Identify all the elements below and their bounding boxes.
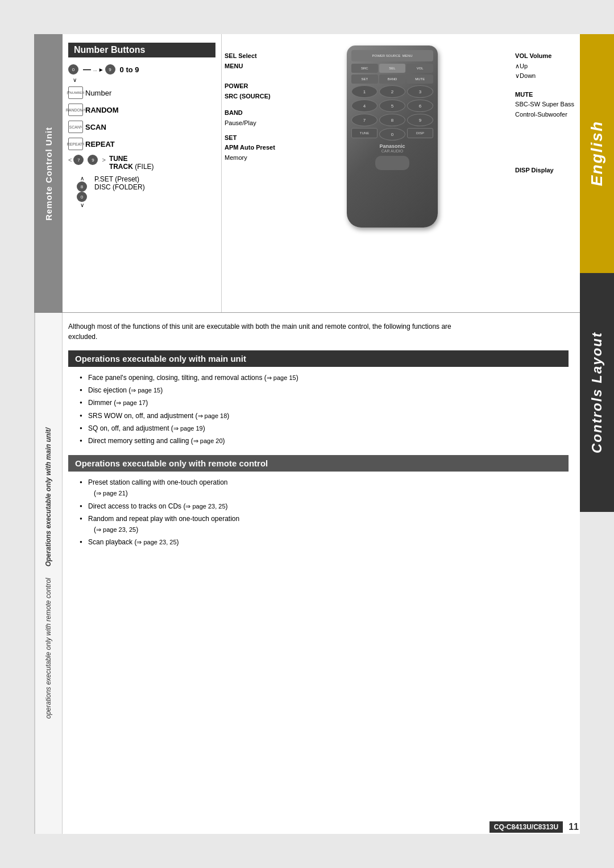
remote-item-1: Preset station calling with one-touch op… <box>80 477 569 499</box>
main-content: Number Buttons 0 — ... ► 9 0 to 9 ∨ #NUM… <box>63 34 580 834</box>
remote-list: Preset station calling with one-touch op… <box>68 477 569 548</box>
hash-btn[interactable]: #NUMBER <box>68 86 83 99</box>
remote-item-2: Direct access to tracks on CDs (⇒ page 2… <box>80 501 569 512</box>
power-source-btn[interactable]: POWER SOURCE MENU <box>351 50 433 61</box>
scan-row: SCAN5 SCAN <box>68 121 215 133</box>
btn-num-2[interactable]: 2 <box>379 85 405 98</box>
model-badge: CQ-C8413U/C8313U <box>489 821 563 833</box>
section-main-header: Operations executable only with main uni… <box>68 350 569 367</box>
menu-text: MENU <box>225 63 243 69</box>
left-bar-operations: Operations executable only with main uni… <box>34 313 63 834</box>
pset-disc-labels: P.SET (Preset) DISC (FOLDER) <box>94 175 145 191</box>
up-arrow: ∧ <box>74 175 90 181</box>
remote-item-4: Scan playback (⇒ page 23, 25) <box>80 537 569 548</box>
btn-9b[interactable]: 9 <box>88 155 98 165</box>
repeat-row: REPEAT6 REPEAT <box>68 138 215 150</box>
english-label: English <box>588 121 606 186</box>
remote-control-unit-label: Remote Control Unit <box>44 127 53 221</box>
number-row: #NUMBER Number <box>68 86 215 99</box>
sub-brand: CAR AUDIO <box>351 149 433 153</box>
src-text: SRC (SOURCE) <box>225 93 271 100</box>
operations-remote-label: operations executable only with remote c… <box>44 578 53 718</box>
list-item-1: Face panel's opening, closing, tilting, … <box>80 373 569 383</box>
right-labels: VOL Volume ∧Up ∨Down MUTE SBC-SW Super B… <box>515 51 574 175</box>
vol-text: VOL Volume <box>515 52 551 59</box>
tune-track-row: < 7 9 > TUNE TRACK (FILE) <box>68 155 215 171</box>
src-btn[interactable]: SRC <box>351 64 378 73</box>
dash: — <box>83 65 91 74</box>
btn-0b[interactable]: 0 <box>77 192 87 202</box>
btn-num-3[interactable]: 3 <box>407 85 433 98</box>
arrow: ► <box>98 67 104 73</box>
intro-text: Although most of the functions of this u… <box>68 321 466 342</box>
pset-label: P.SET (Preset) <box>94 175 145 183</box>
band-btn[interactable]: BAND <box>379 75 406 84</box>
left-bar-remote: Remote Control Unit <box>34 34 63 313</box>
btn-num-7[interactable]: 7 <box>351 114 377 126</box>
band-label-area: BAND Pause/Play <box>225 108 275 128</box>
btn-disp[interactable]: DISP <box>407 128 433 138</box>
down-text: ∨Down <box>515 72 536 79</box>
btn-num-4[interactable]: 4 <box>351 100 377 112</box>
vol-btn[interactable]: VOL <box>406 64 433 73</box>
top-section: Number Buttons 0 — ... ► 9 0 to 9 ∨ #NUM… <box>63 34 580 313</box>
tune-label: TUNE <box>109 155 154 163</box>
top-button-area: POWER SOURCE MENU <box>351 50 433 61</box>
zero-to-nine-row: 0 — ... ► 9 0 to 9 <box>68 64 215 75</box>
updown-btns: ∧ 8 0 ∨ <box>74 175 90 208</box>
src-sel-row: SRC SEL VOL <box>351 64 433 73</box>
num-row-4: TUNE 0 DISP <box>351 128 433 140</box>
disp-label-area: DISP Display <box>515 166 574 176</box>
num-row-3: 7 8 9 <box>351 114 433 126</box>
zero-to-nine-label: 0 to 9 <box>120 65 139 74</box>
set-band-row: SET BAND MUTE <box>351 75 433 84</box>
disc-slot <box>375 156 409 170</box>
btn-num-5[interactable]: 5 <box>379 100 405 112</box>
random-label: RANDOM <box>85 106 119 114</box>
main-unit-list: Face panel's opening, closing, tilting, … <box>68 373 569 447</box>
disp-text: DISP Display <box>515 167 554 173</box>
right-bar-english: English <box>580 34 614 273</box>
btn-8[interactable]: 8 <box>77 181 87 192</box>
tune-track-buttons: < 7 9 > <box>68 155 106 165</box>
remote-graphic: POWER SOURCE MENU SRC SEL VOL SET BAND M… <box>347 46 438 228</box>
vol-label-area: VOL Volume ∧Up ∨Down <box>515 51 574 81</box>
down-arrow: ∨ <box>74 202 90 208</box>
sel-label: SEL Select MENU <box>225 51 275 71</box>
number-buttons-panel: Number Buttons 0 — ... ► 9 0 to 9 ∨ #NUM… <box>63 34 222 312</box>
track-label: TRACK (FILE) <box>109 163 154 171</box>
brand-name: Panasonic <box>351 143 433 149</box>
btn-num-1[interactable]: 1 <box>351 85 377 98</box>
scan-btn[interactable]: SCAN5 <box>68 121 83 133</box>
chevron-down-0: ∨ <box>73 77 215 83</box>
up-text: ∧Up <box>515 63 528 69</box>
remote-body: POWER SOURCE MENU SRC SEL VOL SET BAND M… <box>347 46 438 228</box>
btn-num-8[interactable]: 8 <box>379 114 405 126</box>
btn-9[interactable]: 9 <box>105 64 115 75</box>
controls-layout-label: Controls Layout <box>589 332 605 453</box>
section-remote-header: Operations executable only with remote c… <box>68 455 569 472</box>
btn-num-9[interactable]: 9 <box>407 114 433 126</box>
power-text: POWER <box>225 82 248 89</box>
pset-row: ∧ 8 0 ∨ P.SET (Preset) DISC (FOLDER) <box>74 175 215 208</box>
sel-btn[interactable]: SEL <box>379 64 406 73</box>
bottom-bar: CQ-C8413U/C8313U 11 <box>489 821 579 833</box>
btn-tune[interactable]: TUNE <box>351 128 377 138</box>
brand-area: Panasonic CAR AUDIO <box>351 143 433 153</box>
num-row-2: 4 5 6 <box>351 100 433 112</box>
btn-0[interactable]: 0 <box>68 64 78 75</box>
list-item-4: SRS WOW on, off, and adjustment (⇒ page … <box>80 411 569 421</box>
operations-main-label: Operations executable only with main uni… <box>44 428 53 567</box>
disc-label: DISC (FOLDER) <box>94 183 145 191</box>
set-btn[interactable]: SET <box>351 75 378 84</box>
btn-7[interactable]: 7 <box>73 155 84 165</box>
mute-btn[interactable]: MUTE <box>406 75 433 84</box>
remote-item-3: Random and repeat play with one-touch op… <box>80 514 569 535</box>
btn-num-0[interactable]: 0 <box>379 128 405 140</box>
repeat-btn[interactable]: REPEAT6 <box>68 138 83 150</box>
btn-num-6[interactable]: 6 <box>407 100 433 112</box>
random-btn[interactable]: RANDOM4 <box>68 104 83 116</box>
mute-text: MUTE <box>515 91 533 98</box>
bottom-section: Although most of the functions of this u… <box>63 313 580 562</box>
power-label: POWER SRC (SOURCE) <box>225 81 275 101</box>
